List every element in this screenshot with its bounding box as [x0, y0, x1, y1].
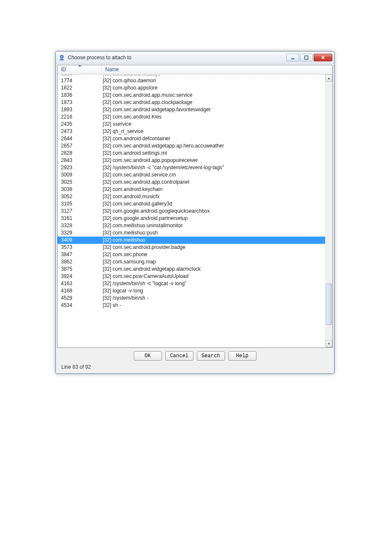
- cell-name: [32] qh_rt_service: [102, 128, 332, 135]
- table-row[interactable]: 3924[32] com.sec.pcw:CameraAutoUpload: [58, 273, 332, 280]
- svg-point-0: [60, 55, 63, 58]
- table-row[interactable]: 1873[32] com.sec.android.app.clockpackag…: [58, 99, 332, 106]
- table-row[interactable]: 2473[32] qh_rt_service: [58, 128, 332, 135]
- table-row[interactable]: 3105[32] com.sec.android.gallery3d: [58, 200, 332, 208]
- table-row[interactable]: 3847[32] com.sec.phone: [58, 251, 332, 258]
- table-row[interactable]: 3328[32] com.meilishuo:uninstallmonitor: [58, 222, 332, 229]
- table-row[interactable]: 2657[32] com.sec.android.widgetapp.ap.he…: [58, 142, 332, 150]
- table-row[interactable]: 3038[32] com.android.keychain: [58, 186, 332, 193]
- cell-id: 1893: [58, 106, 102, 113]
- cell-name: [32] /system/bin/sh -c "cat /system/etc/…: [102, 164, 332, 171]
- table-row[interactable]: 2843[32] com.sec.android.app.popupuirece…: [58, 157, 332, 164]
- cell-name: [32] /system/bin/sh -c "logcat -v long": [102, 280, 332, 287]
- cell-name: [32] com.meilishuo:uninstallmonitor: [102, 222, 332, 229]
- table-row[interactable]: 3329[32] com.meilishuo:push: [58, 229, 332, 237]
- cell-id: 4529: [58, 295, 102, 302]
- table-row[interactable]: 2435[32] sservice: [58, 121, 332, 128]
- column-header-name[interactable]: Name: [102, 65, 332, 74]
- table-row[interactable]: 4529[32] /system/bin/sh -: [58, 295, 332, 302]
- scroll-thumb[interactable]: [326, 283, 332, 325]
- window-title: Choose process to attach to: [68, 55, 285, 61]
- titlebar[interactable]: Choose process to attach to: [56, 52, 334, 64]
- cell-name: [32] com.sec.phone: [102, 251, 332, 258]
- cell-id: 1873: [58, 99, 102, 106]
- column-name-label: Name: [105, 66, 119, 72]
- ok-button[interactable]: OK: [134, 351, 162, 361]
- scroll-track[interactable]: [326, 82, 332, 340]
- vertical-scrollbar[interactable]: ▲ ▼: [325, 75, 332, 347]
- cell-name: [32] com.sec.android.widgetapp.ap.hero.a…: [102, 142, 332, 150]
- scroll-down-button[interactable]: ▼: [326, 340, 332, 347]
- table-row[interactable]: 1822[32] com.qihoo.appstore: [58, 84, 332, 92]
- table-row[interactable]: 2216[32] com.sec.android.Kies: [58, 113, 332, 121]
- cell-id: 3875: [58, 266, 102, 273]
- list-body[interactable]: 1604[32] com.android.settings1774[32] co…: [58, 75, 332, 347]
- table-row[interactable]: 2923[32] /system/bin/sh -c "cat /system/…: [58, 164, 332, 171]
- table-row[interactable]: 3409[32] com.meilishuo: [58, 237, 332, 244]
- sort-indicator-icon: [78, 65, 81, 66]
- status-line: Line 83 of 92: [61, 363, 329, 370]
- cell-id: 3862: [58, 258, 102, 266]
- search-button[interactable]: Search: [197, 351, 225, 361]
- button-row: OK Cancel Search Help: [61, 351, 329, 361]
- scroll-up-button[interactable]: ▲: [326, 75, 332, 82]
- cell-name: [32] com.android.keychain: [102, 186, 332, 193]
- cell-id: 2644: [58, 135, 102, 142]
- cell-id: 3161: [58, 215, 102, 222]
- close-button[interactable]: [314, 54, 332, 61]
- cell-id: 4168: [58, 287, 102, 295]
- cell-name: [32] /system/bin/sh -: [102, 295, 332, 302]
- cancel-button[interactable]: Cancel: [165, 351, 193, 361]
- cell-id: 3038: [58, 186, 102, 193]
- cell-name: [32] com.sec.android.service.cm: [102, 171, 332, 179]
- table-row[interactable]: 4163[32] /system/bin/sh -c "logcat -v lo…: [58, 280, 332, 287]
- maximize-button[interactable]: [300, 54, 313, 61]
- attach-process-dialog: Choose process to attach to ID Name: [55, 51, 334, 374]
- table-row[interactable]: 2644[32] com.android.defcontainer: [58, 135, 332, 142]
- table-row[interactable]: 4534[32] sh -: [58, 302, 332, 309]
- cell-name: [32] com.sec.android.Kies: [102, 113, 332, 121]
- column-id-label: ID: [61, 66, 66, 72]
- cell-name: [32] sh -: [102, 302, 332, 309]
- column-header-id[interactable]: ID: [58, 65, 102, 74]
- table-row[interactable]: 3573[32] com.sec.android.provider.badge: [58, 244, 332, 251]
- svg-rect-2: [305, 56, 308, 59]
- table-row[interactable]: 1893[32] com.sec.android.widgetapp.favor…: [58, 106, 332, 113]
- cell-id: 3009: [58, 171, 102, 179]
- window-controls: [285, 54, 332, 61]
- cell-name: [32] com.qihoo.daemon: [102, 77, 332, 84]
- bottom-area: OK Cancel Search Help Line 83 of 92: [57, 348, 333, 371]
- table-row[interactable]: 1774[32] com.qihoo.daemon: [58, 77, 332, 84]
- table-row[interactable]: 3009[32] com.sec.android.service.cm: [58, 171, 332, 179]
- table-row[interactable]: 3875[32] com.sec.android.widgetapp.alarm…: [58, 266, 332, 273]
- table-row[interactable]: 4168[32] logcat -v long: [58, 287, 332, 295]
- cell-id: 3052: [58, 193, 102, 200]
- cell-id: 1822: [58, 84, 102, 92]
- cell-id: 3847: [58, 251, 102, 258]
- table-row[interactable]: 1836[32] com.sec.android.app.music:servi…: [58, 92, 332, 99]
- cell-id: 3025: [58, 179, 102, 186]
- table-row[interactable]: 3862[32] com.samsung.map: [58, 258, 332, 266]
- cell-id: 2657: [58, 142, 102, 150]
- cell-id: 2923: [58, 164, 102, 171]
- cell-id: 2473: [58, 128, 102, 135]
- cell-name: [32] com.qihoo.appstore: [102, 84, 332, 92]
- cell-name: [32] com.google.android.partnersetup: [102, 215, 332, 222]
- table-row[interactable]: 3025[32] com.sec.android.app.controlpane…: [58, 179, 332, 186]
- table-row[interactable]: 3127[32] com.google.android.googlequicks…: [58, 208, 332, 215]
- cell-id: 3573: [58, 244, 102, 251]
- cell-id: 3105: [58, 200, 102, 208]
- cell-name: [32] com.sec.android.app.clockpackage: [102, 99, 332, 106]
- cell-id: 1836: [58, 92, 102, 99]
- minimize-button[interactable]: [286, 54, 299, 61]
- help-button[interactable]: Help: [228, 351, 257, 361]
- cell-id: 2828: [58, 150, 102, 157]
- table-row[interactable]: 2828[32] com.android.settings.mt: [58, 150, 332, 157]
- cell-name: [32] com.sec.android.gallery3d: [102, 200, 332, 208]
- cell-name: [32] com.sec.pcw:CameraAutoUpload: [102, 273, 332, 280]
- table-row[interactable]: 3161[32] com.google.android.partnersetup: [58, 215, 332, 222]
- cell-name: [32] com.google.android.googlequicksearc…: [102, 208, 332, 215]
- cell-id: 2843: [58, 157, 102, 164]
- cell-name: [32] com.android.defcontainer: [102, 135, 332, 142]
- table-row[interactable]: 3052[32] com.android.musicfx: [58, 193, 332, 200]
